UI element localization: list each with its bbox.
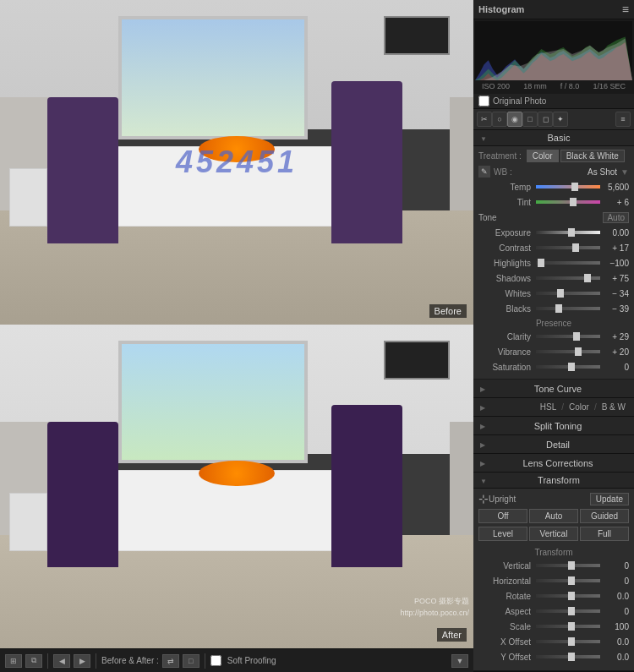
saturation-label: Saturation bbox=[478, 363, 531, 372]
update-btn[interactable]: Update bbox=[590, 493, 629, 505]
eyedropper-icon[interactable]: ✎ bbox=[478, 166, 490, 178]
highlights-slider-thumb[interactable] bbox=[538, 259, 544, 267]
wb-dropdown-icon[interactable]: ▼ bbox=[620, 167, 629, 177]
scale-value: 100 bbox=[602, 622, 629, 631]
shadows-slider-track[interactable] bbox=[536, 276, 600, 280]
next-nav-icon[interactable]: ▶ bbox=[74, 654, 90, 668]
clarity-slider-track[interactable] bbox=[536, 335, 600, 338]
detail-arrow bbox=[480, 440, 485, 449]
temp-slider-thumb[interactable] bbox=[571, 183, 578, 191]
aspect-label: Aspect bbox=[478, 607, 531, 616]
rotate-slider-track[interactable] bbox=[536, 594, 600, 598]
split-toning-section[interactable]: Split Toning bbox=[473, 417, 634, 435]
bw-link[interactable]: B & W bbox=[602, 402, 626, 412]
temp-slider-track[interactable] bbox=[536, 185, 600, 188]
contrast-slider-track[interactable] bbox=[536, 246, 600, 249]
blacks-slider-track[interactable] bbox=[536, 307, 600, 310]
hsl-sep1: / bbox=[561, 402, 564, 412]
vertical-slider-thumb[interactable] bbox=[568, 561, 575, 570]
crop-tool[interactable]: ✂ bbox=[477, 112, 492, 127]
histogram-header: Histogram ≡ bbox=[473, 0, 634, 19]
focal-value: 18 mm bbox=[523, 82, 547, 90]
wb-label: WB : bbox=[494, 167, 512, 177]
horizontal-slider-track[interactable] bbox=[536, 579, 600, 582]
full-btn[interactable]: Full bbox=[580, 527, 629, 541]
rotate-value: 0.0 bbox=[602, 592, 629, 601]
radial-filter-tool[interactable]: ◻ bbox=[538, 112, 553, 127]
hsl-link[interactable]: HSL bbox=[540, 402, 556, 412]
tint-slider-thumb[interactable] bbox=[570, 198, 577, 206]
hsl-section[interactable]: HSL / Color / B & W bbox=[473, 398, 634, 417]
saturation-slider-track[interactable] bbox=[536, 365, 600, 369]
shadows-slider-row: Shadows + 75 bbox=[478, 271, 629, 285]
bw-treatment-btn[interactable]: Black & White bbox=[560, 150, 625, 162]
expand-icon[interactable]: ▼ bbox=[451, 654, 468, 668]
grad-filter-tool[interactable]: □ bbox=[522, 112, 538, 127]
ba-swap-icon[interactable]: ⇄ bbox=[162, 654, 179, 668]
x-offset-slider-track[interactable] bbox=[536, 640, 600, 643]
prev-nav-icon[interactable]: ◀ bbox=[53, 654, 70, 668]
x-offset-slider-row: X Offset 0.0 bbox=[478, 635, 629, 648]
before-after-label: Before & After : bbox=[101, 656, 159, 665]
blacks-slider-thumb[interactable] bbox=[555, 304, 562, 313]
transform-section-header[interactable]: Transform bbox=[473, 473, 634, 489]
tint-slider-track[interactable] bbox=[536, 200, 600, 204]
scale-slider-thumb[interactable] bbox=[568, 622, 575, 631]
contrast-slider-thumb[interactable] bbox=[572, 243, 579, 252]
whites-slider-thumb[interactable] bbox=[557, 289, 564, 298]
horizontal-label: Horizontal bbox=[478, 576, 531, 586]
color-link[interactable]: Color bbox=[569, 402, 589, 412]
detail-section[interactable]: Detail bbox=[473, 435, 634, 454]
vibrance-slider-track[interactable] bbox=[536, 350, 600, 353]
exposure-slider-thumb[interactable] bbox=[568, 228, 575, 237]
y-offset-slider-thumb[interactable] bbox=[568, 653, 575, 661]
histogram-menu-icon[interactable]: ≡ bbox=[622, 3, 629, 16]
scale-label: Scale bbox=[478, 622, 531, 631]
ba-mode-icon[interactable]: □ bbox=[183, 654, 199, 668]
shadows-slider-thumb[interactable] bbox=[584, 274, 591, 282]
spot-tool[interactable]: ○ bbox=[492, 112, 507, 127]
off-btn[interactable]: Off bbox=[478, 509, 527, 523]
vibrance-slider-thumb[interactable] bbox=[575, 347, 582, 356]
lens-corrections-section[interactable]: Lens Corrections bbox=[473, 454, 634, 473]
level-btn[interactable]: Level bbox=[478, 527, 527, 541]
x-offset-slider-thumb[interactable] bbox=[568, 637, 575, 646]
y-offset-slider-track[interactable] bbox=[536, 655, 600, 658]
redeye-tool[interactable]: ◉ bbox=[507, 112, 522, 127]
highlights-slider-track[interactable] bbox=[536, 261, 600, 265]
vertical-slider-track[interactable] bbox=[536, 564, 600, 567]
rotate-slider-thumb[interactable] bbox=[568, 592, 575, 600]
guided-btn[interactable]: Guided bbox=[580, 509, 629, 523]
aspect-slider-track[interactable] bbox=[536, 609, 600, 613]
original-photo-checkbox[interactable] bbox=[478, 96, 489, 107]
soft-proofing-checkbox[interactable] bbox=[210, 655, 221, 666]
saturation-slider-thumb[interactable] bbox=[568, 363, 575, 371]
basic-section-header[interactable]: Basic bbox=[473, 130, 634, 146]
exposure-slider-track[interactable] bbox=[536, 231, 600, 234]
blacks-value: − 39 bbox=[602, 304, 629, 314]
auto-btn[interactable]: Auto bbox=[529, 509, 578, 523]
clarity-slider-thumb[interactable] bbox=[573, 332, 580, 341]
brush-tool[interactable]: ✦ bbox=[553, 112, 568, 127]
watermark: 452451 bbox=[176, 145, 298, 180]
whites-slider-track[interactable] bbox=[536, 292, 600, 295]
upright-drag-icon[interactable]: ⊹ bbox=[478, 492, 489, 505]
scale-slider-track[interactable] bbox=[536, 625, 600, 628]
color-treatment-btn[interactable]: Color bbox=[527, 150, 559, 162]
tone-curve-section[interactable]: Tone Curve bbox=[473, 380, 634, 398]
soft-proofing-label: Soft Proofing bbox=[227, 656, 276, 665]
horizontal-slider-thumb[interactable] bbox=[568, 576, 575, 585]
temp-slider-row: Temp 5,600 bbox=[478, 180, 629, 194]
vertical-btn[interactable]: Vertical bbox=[529, 527, 578, 541]
settings-icon[interactable]: ≡ bbox=[615, 112, 631, 127]
horizontal-slider-row: Horizontal 0 bbox=[478, 574, 629, 587]
camera-info-row: ISO 200 18 mm f / 8.0 1/16 SEC bbox=[475, 80, 632, 92]
horizontal-value: 0 bbox=[602, 576, 629, 586]
split-toning-title: Split Toning bbox=[489, 421, 627, 431]
tone-auto-btn[interactable]: Auto bbox=[603, 212, 629, 223]
aspect-slider-thumb[interactable] bbox=[568, 607, 575, 615]
compare-icon[interactable]: ⧉ bbox=[25, 654, 42, 668]
grid-icon[interactable]: ⊞ bbox=[5, 654, 22, 668]
saturation-value: 0 bbox=[602, 363, 629, 372]
blacks-label: Blacks bbox=[478, 304, 531, 314]
